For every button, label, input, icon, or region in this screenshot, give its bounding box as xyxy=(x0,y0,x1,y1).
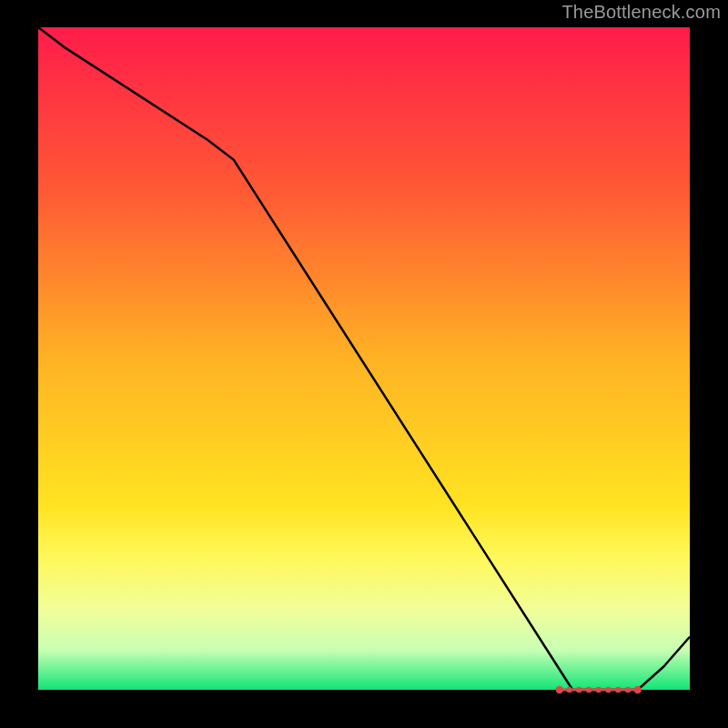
marker-dot xyxy=(625,687,631,693)
marker-dot xyxy=(576,687,581,693)
attribution-text: TheBottleneck.com xyxy=(561,2,721,23)
plot-background xyxy=(38,27,690,690)
chart-container: TheBottleneck.com xyxy=(0,0,728,728)
marker-region xyxy=(556,686,642,693)
chart-svg xyxy=(0,0,728,728)
marker-dot xyxy=(596,687,602,693)
marker-dot xyxy=(556,686,563,693)
marker-dot xyxy=(586,687,592,693)
marker-dot xyxy=(605,687,611,693)
marker-dot xyxy=(615,687,621,693)
marker-dot xyxy=(634,686,642,693)
marker-dot xyxy=(566,687,571,693)
